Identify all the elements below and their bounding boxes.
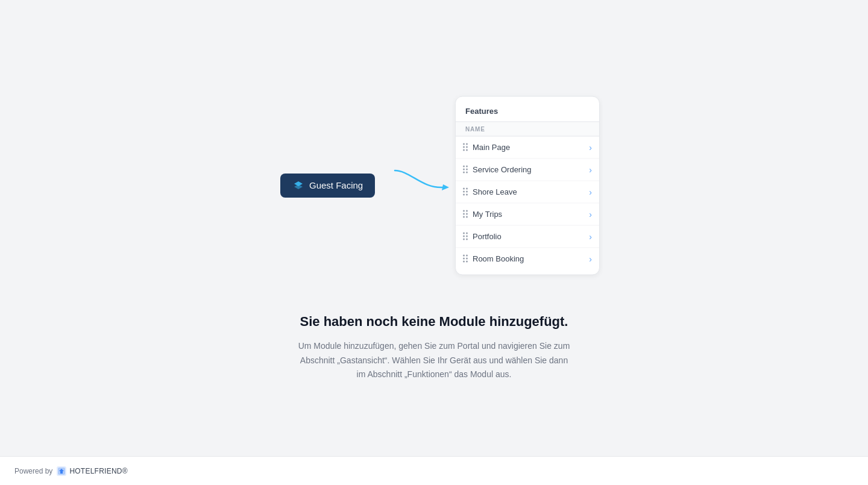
empty-state-description: Um Module hinzuzufügen, gehen Sie zum Po… (295, 339, 573, 382)
feature-row-room-booking[interactable]: Room Booking › (456, 248, 599, 269)
drag-handle-icon (463, 188, 468, 196)
feature-name-main-page: Main Page (473, 143, 584, 152)
feature-name-my-trips: My Trips (473, 210, 584, 219)
empty-state-title: Sie haben noch keine Module hinzugefügt. (295, 314, 573, 330)
drag-handle-icon (463, 255, 468, 263)
svg-marker-1 (294, 184, 303, 189)
empty-state: Sie haben noch keine Module hinzugefügt.… (283, 314, 585, 382)
layers-icon (292, 180, 304, 192)
drag-handle-icon (463, 143, 468, 151)
feature-name-shore-leave: Shore Leave (473, 187, 584, 196)
features-card-title: Features (456, 106, 599, 121)
page-wrapper: Guest Facing Features NAME Main Page › (0, 0, 868, 485)
features-card: Features NAME Main Page › Service Orderi… (455, 96, 600, 275)
hotelfriend-brand: HOTELFRIEND® (69, 467, 127, 475)
feature-name-portfolio: Portfolio (473, 232, 584, 241)
chevron-down-icon: › (589, 164, 592, 174)
features-name-header: NAME (456, 121, 599, 136)
feature-row-service-ordering[interactable]: Service Ordering › (456, 158, 599, 181)
chevron-down-icon: › (589, 231, 592, 241)
drag-handle-icon (463, 233, 468, 240)
hotelfriend-icon (56, 466, 67, 477)
guest-facing-badge[interactable]: Guest Facing (280, 174, 375, 198)
powered-by-text: Powered by (14, 467, 52, 475)
feature-name-service-ordering: Service Ordering (473, 165, 584, 174)
arrow-connector (392, 164, 452, 195)
svg-marker-2 (442, 184, 449, 190)
hotelfriend-logo: HOTELFRIEND® (56, 466, 127, 477)
feature-row-main-page[interactable]: Main Page › (456, 136, 599, 158)
chevron-down-icon: › (589, 187, 592, 196)
chevron-down-icon: › (589, 142, 592, 152)
drag-handle-icon (463, 166, 468, 174)
chevron-down-icon: › (589, 254, 592, 263)
footer: Powered by HOTELFRIEND® (0, 456, 868, 485)
guest-facing-label: Guest Facing (309, 180, 363, 190)
main-content: Guest Facing Features NAME Main Page › (0, 0, 868, 456)
feature-row-portfolio[interactable]: Portfolio › (456, 225, 599, 248)
chevron-down-icon: › (589, 209, 592, 219)
feature-row-shore-leave[interactable]: Shore Leave › (456, 181, 599, 203)
drag-handle-icon (463, 210, 468, 218)
feature-name-room-booking: Room Booking (473, 254, 584, 263)
diagram-area: Guest Facing Features NAME Main Page › (262, 86, 606, 285)
feature-row-my-trips[interactable]: My Trips › (456, 203, 599, 225)
